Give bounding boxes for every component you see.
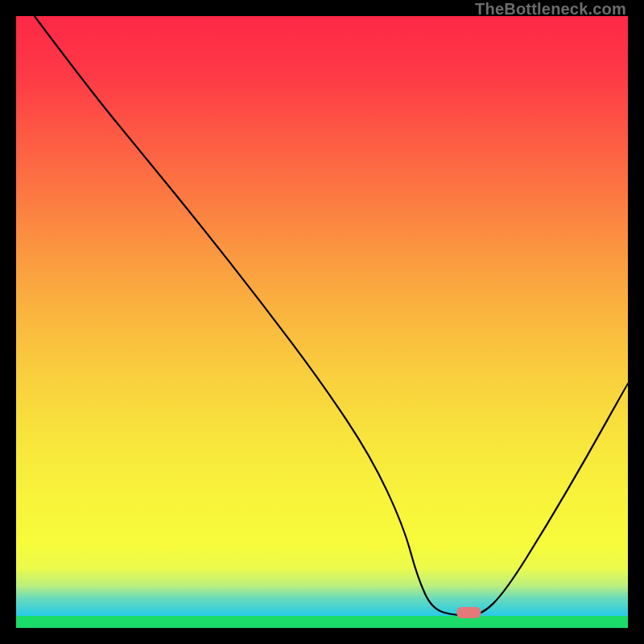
optimal-marker <box>456 607 481 618</box>
chart-background <box>16 16 628 616</box>
chart-svg <box>16 16 628 628</box>
baseline-strip <box>16 616 628 628</box>
chart-frame <box>16 16 628 628</box>
watermark-text: TheBottleneck.com <box>475 0 626 19</box>
